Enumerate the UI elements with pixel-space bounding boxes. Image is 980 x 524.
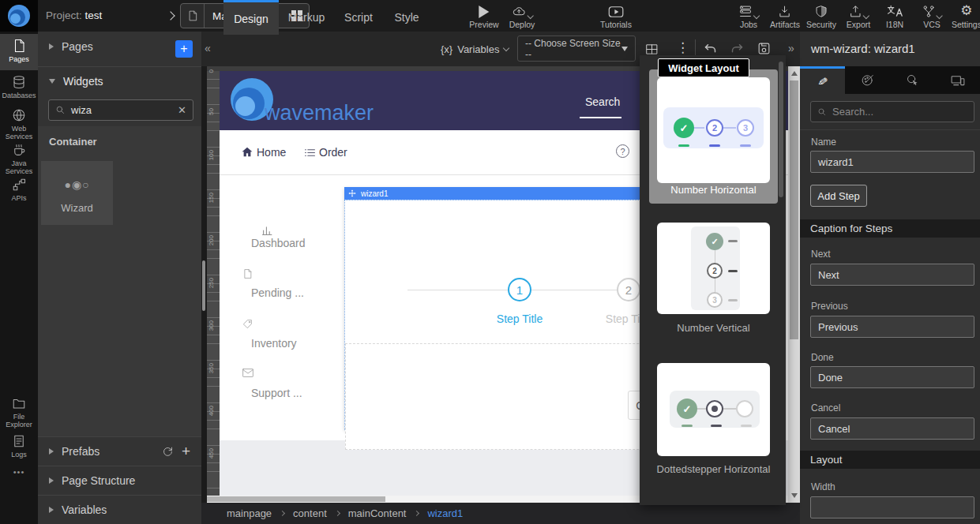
rail-item-databases[interactable]: Databases	[0, 75, 38, 99]
vcs-branch-icon	[922, 4, 942, 18]
properties-search-input[interactable]: Search...	[832, 106, 873, 118]
breadcrumb-content[interactable]: content	[293, 507, 327, 519]
panel-scroll-thumb[interactable]	[202, 260, 205, 311]
import-prefab-icon[interactable]: +	[182, 446, 190, 457]
breadcrumb: mainpage content mainContent wizard1	[201, 503, 800, 524]
popup-scroll-thumb[interactable]	[779, 62, 783, 197]
canvas-hscroll-thumb[interactable]	[207, 496, 385, 502]
tab-properties[interactable]: ✎	[800, 66, 845, 94]
menu-item-inventory[interactable]: Inventory	[251, 337, 297, 350]
brand-name: wavemaker	[265, 101, 374, 125]
tab-style[interactable]: Style	[383, 0, 430, 35]
breadcrumb-mainpage[interactable]: mainpage	[227, 507, 272, 519]
redo-button[interactable]	[730, 42, 745, 56]
tab-markup[interactable]: Markup	[279, 0, 334, 35]
tab-script[interactable]: Script	[334, 0, 383, 35]
rail-item-pages[interactable]: Pages	[0, 39, 38, 63]
canvas-vscroll-thumb[interactable]	[790, 80, 798, 339]
section-caption-for-steps[interactable]: Caption for Steps	[800, 219, 980, 238]
menu-item-pending[interactable]: Pending ...	[251, 286, 304, 299]
nav-item-order[interactable]: Order	[319, 146, 347, 159]
layout-option-number-vertical[interactable]: ✓ 2 3 Number Vertical	[649, 217, 778, 337]
save-button[interactable]	[757, 41, 772, 56]
artifacts-button[interactable]: Artifacts	[770, 4, 800, 29]
wizard-step-2-circle[interactable]: 2	[617, 278, 640, 301]
rail-item-java-services[interactable]: Java Services	[0, 143, 38, 176]
menu-item-dashboard[interactable]: Dashboard	[251, 237, 306, 249]
i18n-button[interactable]: I18N	[886, 4, 903, 29]
wizard-selection-label: wizard1	[361, 189, 388, 198]
accordion-prefabs[interactable]: Prefabs +	[38, 436, 201, 466]
collapse-left-icon[interactable]: «	[205, 42, 211, 54]
wizard-step-1-circle[interactable]: 1	[508, 278, 531, 301]
export-button[interactable]: Export	[847, 4, 870, 29]
tab-styles[interactable]	[845, 66, 890, 94]
done-caption-input[interactable]: Done	[810, 366, 974, 388]
tab-design[interactable]: Design	[223, 0, 279, 35]
rail-item-apis[interactable]: APIs	[0, 178, 38, 202]
accordion-page-structure[interactable]: Page Structure	[38, 466, 201, 495]
refresh-prefabs-icon[interactable]	[162, 446, 174, 458]
step-check-icon: ✓	[674, 118, 694, 138]
chevron-right-icon	[49, 43, 54, 50]
scroll-down-arrow[interactable]	[791, 493, 798, 498]
wizard-step-1-title[interactable]: Step Title	[484, 313, 555, 325]
layout-option-dottedstepper-horizontal[interactable]: ✓ Dottedstepper Horizontal	[649, 357, 778, 480]
help-icon[interactable]: ?	[616, 144, 629, 158]
page-doc-icon	[181, 4, 205, 28]
more-options-icon[interactable]: ⋮	[676, 39, 689, 56]
layout-option-number-horizontal[interactable]: ✓ 2 3 Number Horizontal	[649, 69, 778, 204]
rail-item-logs[interactable]: Logs	[0, 434, 38, 458]
left-rail: Pages Databases Web Services Java Servic…	[0, 32, 38, 524]
breadcrumb-wizard1[interactable]: wizard1	[427, 507, 463, 519]
cancel-caption-input[interactable]: Cancel	[810, 417, 974, 440]
settings-button[interactable]: ⚙ Settings	[952, 4, 980, 29]
preview-button[interactable]: Preview	[469, 4, 498, 29]
previous-caption-input[interactable]: Previous	[810, 316, 974, 338]
scroll-up-arrow[interactable]	[791, 71, 798, 76]
ruler-mark: 150	[208, 193, 215, 203]
canvas-vscroll-track[interactable]	[788, 66, 800, 503]
accordion-variables[interactable]: Variables	[38, 495, 201, 524]
chevron-right-icon	[49, 507, 54, 513]
widget-tile-wizard[interactable]: ●◉○ Wizard	[41, 161, 113, 225]
preview-graphic: ✓ 2 3	[663, 107, 764, 148]
wavemaker-logo[interactable]	[0, 0, 38, 32]
nav-search-item[interactable]: Search	[585, 95, 620, 108]
tab-devices[interactable]	[935, 66, 980, 94]
deploy-button[interactable]: Deploy	[509, 4, 535, 29]
rail-more-dots[interactable]: •••	[0, 467, 38, 477]
security-button[interactable]: Security	[806, 4, 836, 29]
collapse-right-icon[interactable]: »	[788, 42, 794, 54]
screen-size-select[interactable]: -- Choose Screen Size --	[517, 36, 636, 62]
width-input[interactable]	[810, 496, 974, 518]
accordion-widgets[interactable]: Widgets	[38, 66, 201, 95]
cursor-click-icon	[906, 73, 919, 87]
add-page-button[interactable]: +	[175, 40, 193, 58]
vcs-button[interactable]: VCS	[922, 4, 942, 29]
undo-button[interactable]	[703, 42, 718, 56]
properties-search-box[interactable]: Search...	[810, 101, 974, 122]
nav-item-home[interactable]: Home	[257, 146, 286, 159]
rail-item-file-explorer[interactable]: File Explorer	[0, 396, 38, 429]
next-caption-input[interactable]: Next	[810, 264, 974, 286]
menu-item-support[interactable]: Support ...	[251, 387, 302, 399]
add-step-button[interactable]: Add Step	[810, 185, 867, 207]
jobs-button[interactable]: Jobs	[738, 4, 759, 29]
move-handle-icon[interactable]	[348, 189, 356, 197]
name-input[interactable]: wizard1	[810, 151, 974, 173]
widget-layout-button[interactable]	[645, 43, 659, 56]
widget-search-box[interactable]: wiza ✕	[48, 99, 193, 121]
section-layout[interactable]: Layout	[800, 451, 980, 469]
variables-menu[interactable]: {x} Variables	[441, 32, 509, 66]
tab-events[interactable]	[890, 66, 935, 94]
expand-pages-chevron[interactable]	[166, 11, 175, 20]
more-dots-icon: •••	[13, 467, 25, 477]
clear-search-icon[interactable]: ✕	[178, 104, 186, 116]
brand-logo-inner	[235, 96, 255, 116]
step-check-icon: ✓	[706, 233, 723, 250]
rail-item-web-services[interactable]: Web Services	[0, 108, 38, 141]
breadcrumb-maincontent[interactable]: mainContent	[348, 507, 407, 519]
widget-search-input[interactable]: wiza	[71, 104, 172, 116]
tutorials-button[interactable]: Tutorials	[600, 4, 632, 29]
